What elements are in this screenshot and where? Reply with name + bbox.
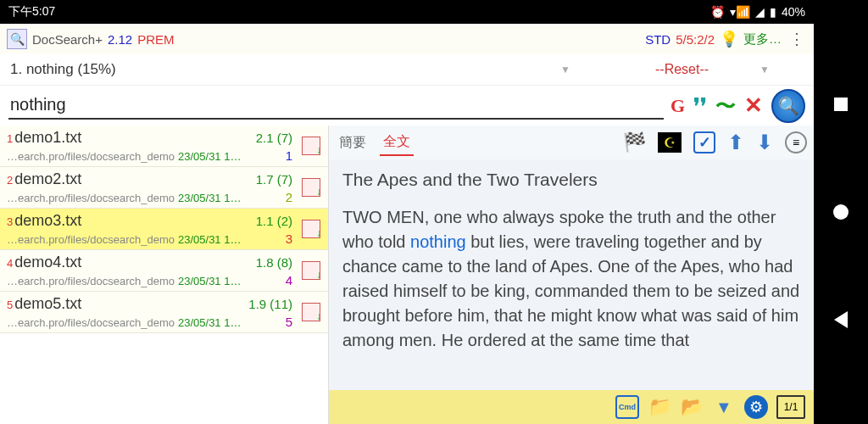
result-count: 4 (286, 273, 292, 287)
google-icon[interactable]: G (670, 95, 685, 117)
search-input[interactable] (8, 92, 664, 120)
reset-label: --Reset-- (655, 62, 709, 76)
result-score: 1.1 (2) (256, 214, 292, 228)
tab-fulltext[interactable]: 全文 (380, 130, 414, 156)
folder-icon[interactable]: 📂 (680, 395, 704, 419)
settings-icon[interactable]: ⚙ (744, 395, 768, 419)
more-link[interactable]: 更多… (743, 31, 782, 47)
result-index: 4 (7, 257, 13, 270)
result-filename: demo5.txt (14, 295, 81, 313)
back-button[interactable] (832, 310, 850, 329)
battery-icon: ▮ (770, 5, 776, 19)
preview-content[interactable]: The Apes and the Two Travelers TWO MEN, … (329, 159, 814, 390)
result-count: 1 (286, 148, 292, 163)
filter-dropdown-label: 1. nothing (15%) (10, 61, 116, 78)
cmd-button[interactable]: Cmd (615, 395, 639, 419)
preview-body: TWO MEN, one who always spoke the truth … (342, 205, 800, 353)
result-path: …earch.pro/files/docsearch_demo (7, 150, 175, 163)
result-filename: demo2.txt (14, 170, 81, 188)
result-score: 1.9 (11) (248, 297, 292, 311)
app-header: 🔍 DocSearch+ 2.12 PREM STD 5/5:2/2 💡 更多…… (0, 24, 814, 54)
result-open-button[interactable] (299, 134, 323, 158)
std-label: STD (645, 32, 670, 47)
result-filename: demo3.txt (14, 212, 81, 230)
file-download-icon (302, 137, 320, 155)
wifi-icon: ▾📶 (730, 5, 750, 19)
night-mode-icon[interactable]: ☪ (658, 132, 682, 153)
overflow-menu[interactable]: ⋮ (787, 30, 807, 48)
page-indicator[interactable]: 1/1 (776, 395, 805, 419)
alarm-icon: ⏰ (710, 5, 725, 19)
file-download-icon (302, 261, 320, 280)
result-filename: demo4.txt (14, 254, 81, 271)
filter-dropdown[interactable]: 1. nothing (15%) ▼ (10, 61, 604, 78)
result-score: 1.8 (8) (256, 255, 292, 270)
result-item[interactable]: 1 demo1.txt 2.1 (7) …earch.pro/files/doc… (0, 126, 328, 167)
result-path: …earch.pro/files/docsearch_demo (7, 192, 175, 204)
bulb-icon[interactable]: 💡 (720, 30, 738, 48)
system-nav (814, 0, 868, 424)
results-list: 1 demo1.txt 2.1 (7) …earch.pro/files/doc… (0, 126, 329, 424)
result-date: 23/05/31 1… (178, 316, 241, 329)
result-index: 5 (7, 298, 13, 311)
result-open-button[interactable] (299, 217, 323, 241)
search-button[interactable]: 🔍 (771, 89, 805, 123)
battery-pct: 40% (782, 5, 805, 19)
chevron-down-icon: ▼ (560, 64, 570, 75)
preview-tabs: 簡要 全文 🏁 ☪ ✓ ⬆ ⬇ ≡ (329, 126, 814, 159)
fuzzy-icon[interactable]: 〜 (715, 92, 736, 120)
result-path: …earch.pro/files/docsearch_demo (7, 275, 175, 287)
app-icon: 🔍 (7, 29, 27, 49)
file-download-icon (302, 303, 320, 321)
tab-summary[interactable]: 簡要 (336, 131, 370, 155)
result-count: 2 (286, 190, 292, 204)
file-download-icon (302, 178, 320, 197)
file-download-icon (302, 220, 320, 238)
filter-icon[interactable]: ▼ (712, 395, 736, 419)
result-score: 1.7 (7) (256, 172, 292, 187)
home-button[interactable] (832, 203, 850, 221)
result-open-button[interactable] (299, 300, 323, 324)
chevron-down-icon: ▼ (760, 64, 770, 75)
result-index: 1 (7, 132, 13, 145)
preview-pane: 簡要 全文 🏁 ☪ ✓ ⬆ ⬇ ≡ The Apes and the Two T… (329, 126, 814, 424)
result-count: 3 (286, 232, 292, 246)
prem-label: PREM (137, 32, 174, 47)
down-arrow-icon[interactable]: ⬇ (756, 131, 773, 154)
quote-icon[interactable]: ❜❜ (693, 94, 707, 118)
clear-icon[interactable]: ✕ (744, 92, 763, 119)
highlight-term: nothing (410, 232, 466, 251)
result-filename: demo1.txt (14, 129, 81, 147)
result-open-button[interactable] (299, 176, 323, 199)
reset-dropdown[interactable]: --Reset-- (604, 62, 760, 77)
preview-title: The Apes and the Two Travelers (342, 170, 800, 190)
result-item[interactable]: 3 demo3.txt 1.1 (2) …earch.pro/files/doc… (0, 209, 328, 250)
app-name: DocSearch+ (32, 32, 103, 47)
result-date: 23/05/31 1… (178, 192, 241, 204)
search-row: G ❜❜ 〜 ✕ 🔍 (0, 85, 814, 126)
result-item[interactable]: 2 demo2.txt 1.7 (7) …earch.pro/files/doc… (0, 167, 328, 209)
result-date: 23/05/31 1… (178, 150, 241, 163)
bottom-toolbar: Cmd 📁 📂 ▼ ⚙ 1/1 (329, 390, 814, 424)
folder-star-icon[interactable]: 📁 (648, 395, 671, 419)
result-date: 23/05/31 1… (178, 275, 241, 287)
result-score: 2.1 (7) (256, 131, 292, 145)
result-open-button[interactable] (299, 259, 323, 282)
app-version: 2.12 (108, 32, 132, 47)
result-item[interactable]: 4 demo4.txt 1.8 (8) …earch.pro/files/doc… (0, 250, 328, 292)
check-icon[interactable]: ✓ (693, 131, 715, 153)
up-arrow-icon[interactable]: ⬆ (727, 131, 744, 154)
result-path: …earch.pro/files/docsearch_demo (7, 233, 175, 246)
result-path: …earch.pro/files/docsearch_demo (7, 316, 175, 329)
recents-button[interactable] (832, 95, 850, 114)
result-count: 5 (286, 315, 292, 329)
document-icon[interactable]: ≡ (785, 131, 807, 153)
status-time: 下午5:07 (8, 4, 710, 20)
filter-row: 1. nothing (15%) ▼ --Reset-- ▼ (0, 54, 814, 85)
status-bar: 下午5:07 ⏰ ▾📶 ◢ ▮ 40% (0, 0, 814, 24)
signal-icon: ◢ (755, 5, 765, 19)
result-index: 3 (7, 215, 13, 228)
result-item[interactable]: 5 demo5.txt 1.9 (11) …earch.pro/files/do… (0, 292, 328, 333)
flag-icon[interactable]: 🏁 (623, 131, 646, 153)
result-date: 23/05/31 1… (178, 233, 241, 246)
